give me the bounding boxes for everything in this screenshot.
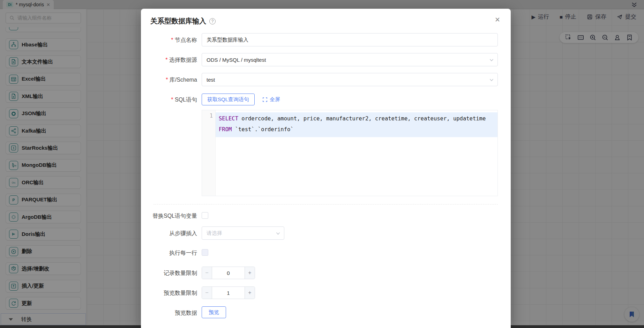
increment-button[interactable]: +: [245, 287, 255, 299]
sql-label: SQL语句: [141, 96, 197, 104]
datasource-select[interactable]: ODS / MySQL / mysqltest: [202, 53, 498, 66]
preview-limit-label: 预览数量限制: [141, 290, 197, 297]
section-divider: [153, 204, 498, 204]
increment-button[interactable]: +: [245, 267, 255, 279]
insert-from-step-select[interactable]: 请选择: [202, 226, 284, 240]
record-limit-value[interactable]: 0: [212, 267, 245, 279]
dialog-title: 关系型数据库输入: [150, 16, 206, 26]
preview-button[interactable]: 预览: [202, 306, 226, 318]
datasource-label: 选择数据源: [141, 57, 197, 64]
app-screen: Di * mysql-doris ✕ 请输入组件名称 Hbase输出文本文件输出…: [0, 0, 644, 328]
fullscreen-link[interactable]: 全屏: [262, 96, 280, 103]
editor-gutter: 1: [202, 110, 216, 196]
preview-limit-stepper: − 1 +: [202, 286, 255, 299]
insert-from-step-label: 从步骤插入: [141, 230, 197, 237]
replace-vars-checkbox[interactable]: [202, 212, 208, 219]
schema-label: 库/Schema: [141, 76, 197, 84]
record-limit-label: 记录数量限制: [141, 270, 197, 277]
schema-select[interactable]: test: [202, 73, 498, 86]
dialog-close-icon[interactable]: ✕: [495, 16, 500, 24]
decrement-button[interactable]: −: [202, 287, 212, 299]
replace-vars-label: 替换SQL语句变量: [141, 213, 197, 220]
chevron-down-icon: [489, 77, 494, 82]
sql-code-editor[interactable]: 1 SELECT ordercode, amount, price, manuf…: [202, 110, 498, 196]
get-sql-button[interactable]: 获取SQL查询语句: [202, 94, 255, 105]
editor-active-line: SELECT ordercode, amount, price, manufac…: [216, 112, 497, 137]
record-limit-stepper: − 0 +: [202, 267, 255, 279]
fullscreen-icon: [262, 97, 268, 102]
chevron-down-icon: [489, 58, 494, 62]
decrement-button[interactable]: −: [202, 267, 212, 279]
editor-code-area: SELECT ordercode, amount, price, manufac…: [216, 110, 497, 196]
node-name-label: 节点名称: [141, 37, 197, 44]
relational-db-input-dialog: 关系型数据库输入 ? ✕ 节点名称 关系型数据库输入 选择数据源 ODS / M…: [141, 9, 511, 328]
preview-data-label: 预览数据: [141, 310, 197, 317]
node-name-input[interactable]: 关系型数据库输入: [202, 33, 498, 46]
chevron-down-icon: [276, 231, 280, 236]
execute-each-row-checkbox[interactable]: [202, 249, 208, 256]
execute-each-row-label: 执行每一行: [141, 249, 197, 257]
preview-limit-value[interactable]: 1: [212, 287, 245, 299]
help-icon[interactable]: ?: [209, 18, 216, 24]
